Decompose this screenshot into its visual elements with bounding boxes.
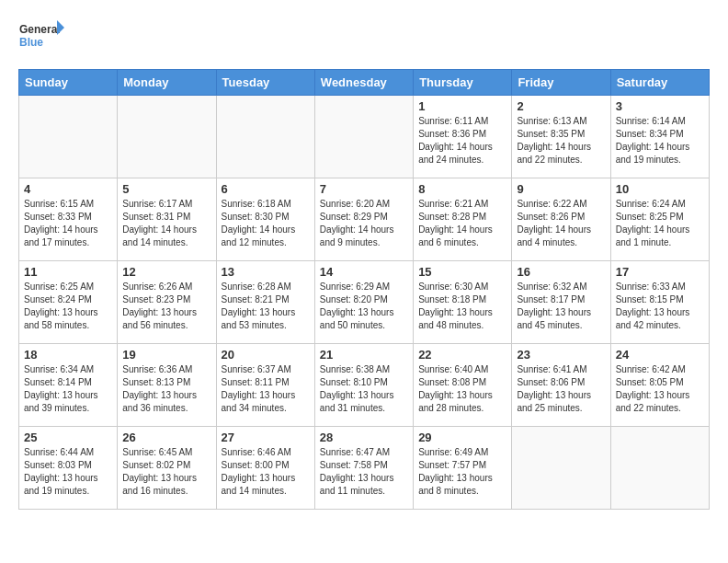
day-info: Sunrise: 6:45 AMSunset: 8:02 PMDaylight:… — [122, 446, 210, 498]
calendar-day-header: Tuesday — [216, 70, 314, 96]
calendar-cell: 8Sunrise: 6:21 AMSunset: 8:28 PMDaylight… — [414, 178, 512, 261]
calendar-week-row: 4Sunrise: 6:15 AMSunset: 8:33 PMDaylight… — [19, 178, 710, 261]
svg-text:General: General — [19, 23, 61, 36]
calendar-table: SundayMondayTuesdayWednesdayThursdayFrid… — [18, 69, 710, 510]
day-info: Sunrise: 6:15 AMSunset: 8:33 PMDaylight:… — [24, 198, 112, 249]
day-number: 8 — [418, 182, 506, 196]
calendar-cell: 22Sunrise: 6:40 AMSunset: 8:08 PMDayligh… — [414, 344, 512, 427]
calendar-cell: 9Sunrise: 6:22 AMSunset: 8:26 PMDaylight… — [512, 178, 610, 261]
day-info: Sunrise: 6:41 AMSunset: 8:06 PMDaylight:… — [517, 363, 605, 415]
calendar-cell: 29Sunrise: 6:49 AMSunset: 7:57 PMDayligh… — [414, 427, 512, 510]
day-number: 6 — [222, 182, 310, 196]
calendar-day-header: Wednesday — [314, 70, 413, 96]
calendar-header-row: SundayMondayTuesdayWednesdayThursdayFrid… — [19, 70, 710, 96]
calendar-cell: 3Sunrise: 6:14 AMSunset: 8:34 PMDaylight… — [610, 96, 709, 178]
calendar-cell: 23Sunrise: 6:41 AMSunset: 8:06 PMDayligh… — [512, 344, 610, 427]
calendar-cell — [19, 96, 118, 178]
day-number: 1 — [418, 99, 506, 113]
day-number: 3 — [616, 99, 704, 113]
calendar-cell: 18Sunrise: 6:34 AMSunset: 8:14 PMDayligh… — [19, 344, 118, 427]
day-number: 27 — [222, 431, 310, 444]
day-info: Sunrise: 6:46 AMSunset: 8:00 PMDaylight:… — [222, 446, 310, 498]
calendar-cell: 1Sunrise: 6:11 AMSunset: 8:36 PMDaylight… — [414, 96, 512, 178]
day-number: 24 — [616, 348, 704, 362]
day-info: Sunrise: 6:37 AMSunset: 8:11 PMDaylight:… — [222, 363, 310, 415]
day-number: 11 — [24, 265, 112, 279]
day-number: 29 — [418, 431, 506, 444]
calendar-cell: 24Sunrise: 6:42 AMSunset: 8:05 PMDayligh… — [610, 344, 709, 427]
day-info: Sunrise: 6:34 AMSunset: 8:14 PMDaylight:… — [24, 363, 112, 415]
calendar-cell: 10Sunrise: 6:24 AMSunset: 8:25 PMDayligh… — [610, 178, 709, 261]
day-number: 28 — [320, 431, 408, 444]
calendar-cell: 19Sunrise: 6:36 AMSunset: 8:13 PMDayligh… — [118, 344, 216, 427]
calendar-day-header: Thursday — [414, 70, 512, 96]
day-info: Sunrise: 6:18 AMSunset: 8:30 PMDaylight:… — [222, 198, 310, 249]
day-info: Sunrise: 6:47 AMSunset: 7:58 PMDaylight:… — [320, 446, 408, 498]
day-info: Sunrise: 6:38 AMSunset: 8:10 PMDaylight:… — [320, 363, 408, 415]
day-info: Sunrise: 6:24 AMSunset: 8:25 PMDaylight:… — [616, 198, 704, 249]
calendar-day-header: Saturday — [610, 70, 709, 96]
calendar-day-header: Monday — [118, 70, 216, 96]
calendar-cell: 6Sunrise: 6:18 AMSunset: 8:30 PMDaylight… — [216, 178, 314, 261]
svg-marker-2 — [57, 20, 64, 35]
calendar-cell: 12Sunrise: 6:26 AMSunset: 8:23 PMDayligh… — [118, 261, 216, 344]
calendar-cell: 14Sunrise: 6:29 AMSunset: 8:20 PMDayligh… — [314, 261, 413, 344]
day-number: 10 — [616, 182, 704, 196]
day-number: 13 — [222, 265, 310, 279]
calendar-cell: 20Sunrise: 6:37 AMSunset: 8:11 PMDayligh… — [216, 344, 314, 427]
calendar-cell: 21Sunrise: 6:38 AMSunset: 8:10 PMDayligh… — [314, 344, 413, 427]
calendar-day-header: Friday — [512, 70, 610, 96]
day-number: 18 — [24, 348, 112, 362]
page-header: General Blue — [18, 18, 710, 60]
day-info: Sunrise: 6:20 AMSunset: 8:29 PMDaylight:… — [320, 198, 408, 249]
day-number: 5 — [122, 182, 210, 196]
day-info: Sunrise: 6:25 AMSunset: 8:24 PMDaylight:… — [24, 281, 112, 332]
day-info: Sunrise: 6:28 AMSunset: 8:21 PMDaylight:… — [222, 281, 310, 332]
day-number: 2 — [517, 99, 605, 113]
calendar-cell: 25Sunrise: 6:44 AMSunset: 8:03 PMDayligh… — [19, 427, 118, 510]
day-number: 9 — [517, 182, 605, 196]
day-number: 25 — [24, 431, 112, 444]
calendar-cell: 26Sunrise: 6:45 AMSunset: 8:02 PMDayligh… — [118, 427, 216, 510]
calendar-cell — [314, 96, 413, 178]
calendar-cell: 2Sunrise: 6:13 AMSunset: 8:35 PMDaylight… — [512, 96, 610, 178]
calendar-week-row: 25Sunrise: 6:44 AMSunset: 8:03 PMDayligh… — [19, 427, 710, 510]
day-number: 14 — [320, 265, 408, 279]
day-info: Sunrise: 6:17 AMSunset: 8:31 PMDaylight:… — [122, 198, 210, 249]
day-info: Sunrise: 6:26 AMSunset: 8:23 PMDaylight:… — [122, 281, 210, 332]
day-info: Sunrise: 6:32 AMSunset: 8:17 PMDaylight:… — [517, 281, 605, 332]
day-number: 15 — [418, 265, 506, 279]
day-number: 16 — [517, 265, 605, 279]
calendar-cell: 15Sunrise: 6:30 AMSunset: 8:18 PMDayligh… — [414, 261, 512, 344]
calendar-cell: 16Sunrise: 6:32 AMSunset: 8:17 PMDayligh… — [512, 261, 610, 344]
day-number: 19 — [122, 348, 210, 362]
calendar-cell: 7Sunrise: 6:20 AMSunset: 8:29 PMDaylight… — [314, 178, 413, 261]
day-number: 17 — [616, 265, 704, 279]
logo-svg: General Blue — [18, 18, 64, 60]
day-number: 23 — [517, 348, 605, 362]
day-info: Sunrise: 6:11 AMSunset: 8:36 PMDaylight:… — [418, 115, 506, 167]
calendar-cell — [118, 96, 216, 178]
calendar-cell: 17Sunrise: 6:33 AMSunset: 8:15 PMDayligh… — [610, 261, 709, 344]
day-info: Sunrise: 6:22 AMSunset: 8:26 PMDaylight:… — [517, 198, 605, 249]
logo: General Blue — [18, 18, 64, 60]
calendar-cell: 27Sunrise: 6:46 AMSunset: 8:00 PMDayligh… — [216, 427, 314, 510]
calendar-cell — [610, 427, 709, 510]
day-info: Sunrise: 6:29 AMSunset: 8:20 PMDaylight:… — [320, 281, 408, 332]
day-info: Sunrise: 6:30 AMSunset: 8:18 PMDaylight:… — [418, 281, 506, 332]
day-number: 26 — [122, 431, 210, 444]
calendar-cell — [512, 427, 610, 510]
calendar-cell: 5Sunrise: 6:17 AMSunset: 8:31 PMDaylight… — [118, 178, 216, 261]
day-info: Sunrise: 6:21 AMSunset: 8:28 PMDaylight:… — [418, 198, 506, 249]
day-info: Sunrise: 6:40 AMSunset: 8:08 PMDaylight:… — [418, 363, 506, 415]
day-number: 21 — [320, 348, 408, 362]
day-number: 22 — [418, 348, 506, 362]
calendar-cell: 11Sunrise: 6:25 AMSunset: 8:24 PMDayligh… — [19, 261, 118, 344]
day-number: 4 — [24, 182, 112, 196]
calendar-week-row: 1Sunrise: 6:11 AMSunset: 8:36 PMDaylight… — [19, 96, 710, 178]
day-info: Sunrise: 6:44 AMSunset: 8:03 PMDaylight:… — [24, 446, 112, 498]
calendar-week-row: 11Sunrise: 6:25 AMSunset: 8:24 PMDayligh… — [19, 261, 710, 344]
calendar-cell: 4Sunrise: 6:15 AMSunset: 8:33 PMDaylight… — [19, 178, 118, 261]
day-info: Sunrise: 6:36 AMSunset: 8:13 PMDaylight:… — [122, 363, 210, 415]
day-info: Sunrise: 6:33 AMSunset: 8:15 PMDaylight:… — [616, 281, 704, 332]
